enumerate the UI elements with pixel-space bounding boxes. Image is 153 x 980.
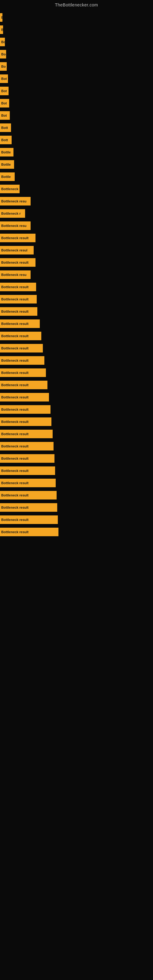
bar-row: Bottleneck result xyxy=(0,453,153,464)
bar: Bot xyxy=(0,111,10,120)
site-title: TheBottlenecker.com xyxy=(0,0,153,9)
bar-row: Bottleneck result xyxy=(0,428,153,440)
bar-row: Bo xyxy=(0,48,153,60)
bar-row: Bottleneck result xyxy=(0,489,153,501)
bar-label: Bottle xyxy=(1,162,11,166)
bar-row: Bottleneck result xyxy=(0,441,153,452)
bars-container: BBBoBoBoBotBotBotBotBottBottBottleBottle… xyxy=(0,9,153,541)
bar: Bottleneck r xyxy=(0,209,25,218)
bar: Bottleneck result xyxy=(0,381,48,389)
bar-label: Bottle xyxy=(1,175,11,178)
bar-label: Bottleneck result xyxy=(1,359,29,362)
bar: Bottleneck result xyxy=(0,515,58,524)
bar: Bot xyxy=(0,75,8,83)
bar: Bottleneck result xyxy=(0,307,37,316)
bar-label: Bottleneck result xyxy=(1,457,29,460)
bar-row: Bottleneck result xyxy=(0,305,153,317)
bar-row: Bottleneck result xyxy=(0,330,153,342)
bar-label: Bottleneck result xyxy=(1,518,29,522)
bar-row: B xyxy=(0,24,153,35)
bar-row: Bottle xyxy=(0,146,153,158)
bar: Bottleneck result xyxy=(0,479,56,487)
bar-label: Bottleneck result xyxy=(1,444,29,448)
bar-row: Bott xyxy=(0,134,153,146)
bar-row: Bottleneck result xyxy=(0,502,153,513)
bar-label: Bottleneck result xyxy=(1,432,29,436)
bar-label: Bottleneck resu xyxy=(1,273,27,277)
bar-label: Bott xyxy=(1,138,8,142)
bar-label: Bo xyxy=(1,65,6,68)
bar: Bottleneck resul xyxy=(0,246,33,255)
bar-label: Bot xyxy=(1,101,7,105)
bar-label: B xyxy=(1,16,2,19)
bar-label: Bottleneck result xyxy=(1,236,29,240)
bar-row: Bottleneck result xyxy=(0,257,153,268)
bar-row: Bottleneck xyxy=(0,183,153,195)
bar-row: Bottleneck resul xyxy=(0,244,153,256)
bar-label: Bottle xyxy=(1,150,11,154)
bar-row: Bot xyxy=(0,97,153,109)
bar: Bo xyxy=(0,62,7,71)
bar-label: Bot xyxy=(1,77,7,81)
bar-row: Bottleneck resu xyxy=(0,269,153,280)
bar-row: Bot xyxy=(0,85,153,97)
bar-row: Bottleneck result xyxy=(0,404,153,415)
bar-label: Bottleneck result xyxy=(1,346,29,350)
bar: Bottleneck result xyxy=(0,491,57,500)
bar: Bottleneck result xyxy=(0,442,54,450)
bar-row: Bottleneck result xyxy=(0,477,153,489)
bar-row: Bottleneck result xyxy=(0,232,153,244)
bar-label: Bottleneck result xyxy=(1,285,29,289)
bar: Bottle xyxy=(0,160,14,169)
bar: Bot xyxy=(0,87,9,95)
bar: Bottleneck result xyxy=(0,344,43,353)
bar: Bottleneck result xyxy=(0,393,49,401)
bar: Bo xyxy=(0,50,6,59)
bar-row: Bottleneck resu xyxy=(0,196,153,207)
bar: Bott xyxy=(0,136,12,144)
bar: Bot xyxy=(0,99,9,108)
bar-row: Bottleneck result xyxy=(0,318,153,329)
bar: Bottleneck result xyxy=(0,430,53,438)
bar-row: Bottleneck result xyxy=(0,465,153,477)
bar-row: Bo xyxy=(0,60,153,72)
bar: Bottleneck resu xyxy=(0,270,30,279)
bar: Bottleneck result xyxy=(0,417,51,426)
bar-label: Bottleneck result xyxy=(1,322,29,326)
bar: Bottleneck resu xyxy=(0,221,30,230)
bar: Bo xyxy=(0,38,5,46)
bar-label: Bottleneck result xyxy=(1,506,29,509)
bar: Bottle xyxy=(0,172,15,181)
bar-label: Bottleneck xyxy=(1,187,18,191)
bar-row: Bottleneck result xyxy=(0,379,153,391)
bar-row: Bottleneck result xyxy=(0,342,153,354)
bar: Bottleneck resu xyxy=(0,197,30,205)
bar-row: Bott xyxy=(0,122,153,134)
bar: Bottleneck result xyxy=(0,466,55,475)
bar-label: Bottleneck result xyxy=(1,334,29,338)
bar-row: Bottleneck r xyxy=(0,208,153,219)
bar-label: Bottleneck result xyxy=(1,310,29,313)
bar: Bottleneck result xyxy=(0,295,37,304)
bar: Bottleneck result xyxy=(0,283,36,291)
bar-row: Bot xyxy=(0,73,153,84)
bar-label: Bottleneck result xyxy=(1,469,29,473)
bar-row: Bottleneck result xyxy=(0,367,153,379)
bar: Bottleneck result xyxy=(0,454,54,463)
bar-label: Bottleneck result xyxy=(1,371,29,375)
bar-label: Bo xyxy=(1,40,5,44)
bar-row: Bottleneck result xyxy=(0,416,153,428)
bar-row: B xyxy=(0,12,153,23)
bar: Bottleneck result xyxy=(0,320,40,328)
bar-label: B xyxy=(1,28,3,32)
bar-label: Bott xyxy=(1,126,8,130)
bar-row: Bottleneck result xyxy=(0,391,153,403)
bar-label: Bottleneck result xyxy=(1,407,29,411)
bar-label: Bo xyxy=(1,52,6,56)
bar: B xyxy=(0,13,2,22)
bar-label: Bottleneck result xyxy=(1,298,29,301)
bar-row: Bot xyxy=(0,110,153,121)
bar-label: Bottleneck result xyxy=(1,481,29,485)
bar: Bottleneck result xyxy=(0,332,41,340)
bar-label: Bottleneck result xyxy=(1,383,29,387)
